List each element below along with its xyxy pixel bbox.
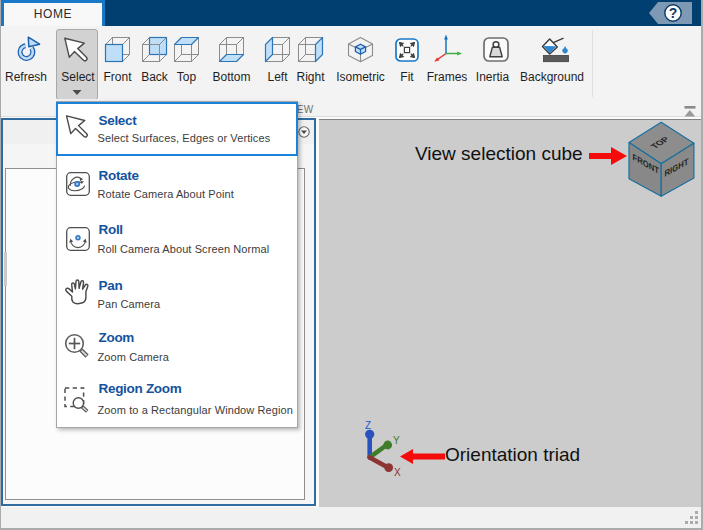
svg-text:Y: Y — [393, 435, 400, 446]
svg-text:Z: Z — [365, 420, 371, 431]
svg-text:?: ? — [669, 5, 678, 21]
svg-text:X: X — [394, 467, 401, 478]
